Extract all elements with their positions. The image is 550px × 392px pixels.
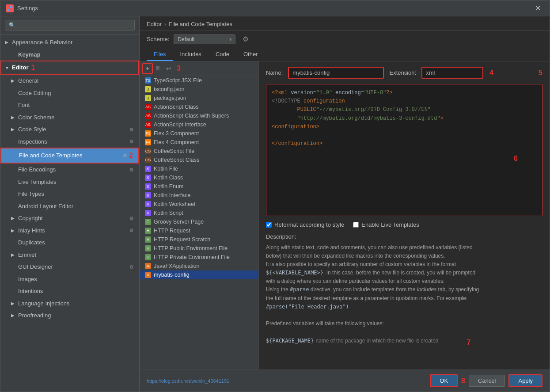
live-templates-label: Enable Live Templates: [361, 221, 419, 228]
file-item-http-private[interactable]: H HTTP Private Environment File: [140, 253, 258, 262]
undo-template-button[interactable]: ↩: [163, 64, 174, 73]
file-icon-kt3: K: [145, 183, 151, 190]
sidebar-item-code-style[interactable]: ▶ Code Style ⚙: [0, 123, 139, 136]
file-item-http-request[interactable]: H HTTP Request: [140, 226, 258, 235]
file-item-kotlin-enum[interactable]: K Kotlin Enum: [140, 182, 258, 191]
file-icon-kt2: K: [145, 175, 151, 181]
file-icon-as2: AS: [145, 113, 151, 119]
sidebar-item-general[interactable]: ▶ General: [0, 75, 139, 87]
sidebar: ▶ Appearance & Behavior Keymap ▼ Editor …: [0, 16, 140, 392]
gear-icon: ⚙: [129, 138, 134, 145]
sidebar-item-font[interactable]: Font: [0, 99, 139, 111]
sidebar-item-color-scheme[interactable]: ▶ Color Scheme: [0, 111, 139, 124]
add-template-button[interactable]: +: [142, 63, 153, 74]
live-templates-checkbox-label[interactable]: Enable Live Templates: [353, 221, 419, 228]
file-item-label: JavaFXApplication: [154, 263, 200, 269]
file-item-kotlin-worksheet[interactable]: K Kotlin Worksheet: [140, 200, 258, 209]
sidebar-item-duplicates[interactable]: Duplicates: [0, 236, 139, 249]
sidebar-item-file-types[interactable]: File Types: [0, 188, 139, 200]
file-item-tsx[interactable]: TS TypeScript JSX File: [140, 76, 258, 85]
tab-files[interactable]: Files: [147, 48, 173, 61]
file-icon-kt: K: [145, 166, 151, 172]
file-item-coffeescript-class[interactable]: CS CoffeeScript Class: [140, 156, 258, 164]
apply-button[interactable]: Apply: [508, 374, 542, 387]
sidebar-item-label: Font: [18, 101, 30, 110]
file-item-kotlin-interface[interactable]: K Kotlin Interface: [140, 191, 258, 200]
window-title: Settings: [17, 5, 531, 11]
description-area: Description: Along with static text, cod…: [266, 233, 542, 365]
sidebar-item-label: Language Injections: [18, 299, 69, 308]
tab-includes[interactable]: Includes: [173, 48, 208, 61]
sidebar-item-proofreading[interactable]: ▶ Proofreading: [0, 309, 139, 322]
sidebar-item-emmet[interactable]: ▶ Emmet: [0, 249, 139, 261]
search-box: [0, 16, 139, 34]
gear-icon: ⚙: [129, 166, 134, 174]
sidebar-item-intentions[interactable]: Intentions: [0, 285, 139, 297]
sidebar-item-label: Editor: [12, 63, 29, 72]
sidebar-item-file-and-code-templates[interactable]: File and Code Templates ⚙ 2: [0, 148, 139, 164]
sidebar-item-gui-designer[interactable]: GUI Designer ⚙: [0, 261, 139, 273]
ok-button[interactable]: OK: [430, 374, 458, 387]
file-item-tsconfig[interactable]: J tsconfig.json: [140, 85, 258, 94]
annotation-2: 2: [129, 150, 133, 161]
file-item-javafx[interactable]: JF JavaFXApplication: [140, 262, 258, 270]
file-item-mybatis-config[interactable]: X mybatis-config: [140, 270, 258, 279]
copy-template-button[interactable]: ⎘: [154, 64, 163, 73]
sidebar-item-code-editing[interactable]: Code Editing: [0, 87, 139, 99]
scheme-select[interactable]: Default Project: [174, 34, 235, 44]
search-input[interactable]: [5, 20, 135, 30]
reformat-checkbox-label[interactable]: Reformat according to style: [266, 221, 344, 228]
file-item-as-interface[interactable]: AS ActionScript Interface: [140, 120, 258, 129]
file-icon-kt5: K: [145, 201, 151, 207]
sidebar-item-inspections[interactable]: Inspections ⚙: [0, 136, 139, 148]
svg-rect-1: [10, 6, 12, 8]
sidebar-item-label: File Encodings: [18, 165, 56, 174]
description-text: Along with static text, code and comment…: [266, 242, 542, 365]
file-item-as-class[interactable]: AS ActionScript Class: [140, 103, 258, 111]
sidebar-item-label: Color Scheme: [18, 113, 54, 122]
svg-rect-2: [7, 9, 9, 11]
sidebar-item-appearance[interactable]: ▶ Appearance & Behavior: [0, 36, 139, 49]
file-item-coffeescript-file[interactable]: CS CoffeeScript File: [140, 147, 258, 156]
file-item-kotlin-file[interactable]: K Kotlin File: [140, 164, 258, 173]
sidebar-item-android-layout-editor[interactable]: Android Layout Editor: [0, 200, 139, 213]
file-item-packagejson[interactable]: J package.json: [140, 94, 258, 103]
sidebar-item-images[interactable]: Images: [0, 273, 139, 285]
tab-other[interactable]: Other: [236, 48, 265, 61]
sidebar-item-label: Code Style: [18, 125, 46, 134]
sidebar-item-inlay-hints[interactable]: ▶ Inlay Hints ⚙: [0, 225, 139, 237]
reformat-checkbox[interactable]: [266, 222, 272, 228]
annotation-7: 7: [467, 337, 471, 348]
file-item-flex4[interactable]: F4 Flex 4 Component: [140, 138, 258, 147]
file-item-http-scratch[interactable]: H HTTP Request Scratch: [140, 235, 258, 244]
arrow-icon: ▶: [11, 77, 16, 84]
code-editor[interactable]: <?xml version="1.0" encoding="UTF-8"?> <…: [266, 84, 542, 208]
file-item-kotlin-script[interactable]: K Kotlin Script: [140, 209, 258, 217]
scheme-gear-button[interactable]: ⚙: [240, 34, 251, 44]
desc-line-11: [266, 328, 542, 336]
file-item-flex3[interactable]: F3 Flex 3 Component: [140, 129, 258, 138]
file-item-as-supers[interactable]: AS ActionScript Class with Supers: [140, 111, 258, 120]
cancel-button[interactable]: Cancel: [469, 375, 505, 387]
sidebar-item-language-injections[interactable]: ▶ Language Injections: [0, 297, 139, 310]
ext-input[interactable]: [421, 67, 483, 79]
close-button[interactable]: ✕: [531, 2, 544, 14]
file-icon-xml: X: [145, 272, 151, 278]
file-item-http-public[interactable]: H HTTP Public Environment File: [140, 244, 258, 253]
sidebar-item-keymap[interactable]: Keymap: [0, 49, 139, 61]
options-row: Reformat according to style Enable Live …: [266, 221, 542, 228]
middle-row: + ⎘ ↩ 3 TS TypeScript JSX File J tsconfi…: [140, 61, 550, 369]
sidebar-item-copyright[interactable]: ▶ Copyright ⚙: [0, 212, 139, 225]
arrow-icon: [11, 239, 16, 246]
sidebar-item-label: Proofreading: [18, 311, 51, 320]
sidebar-item-editor[interactable]: ▼ Editor 1: [0, 61, 139, 75]
file-item-groovy[interactable]: G Groovy Server Page: [140, 217, 258, 226]
tab-code[interactable]: Code: [209, 48, 236, 61]
sidebar-item-live-templates[interactable]: Live Templates: [0, 176, 139, 188]
arrow-icon: [11, 263, 16, 270]
live-templates-checkbox[interactable]: [353, 222, 359, 228]
name-input[interactable]: [288, 67, 384, 79]
file-item-kotlin-class[interactable]: K Kotlin Class: [140, 173, 258, 182]
sidebar-item-file-encodings[interactable]: File Encodings ⚙: [0, 164, 139, 176]
reformat-label: Reformat according to style: [274, 221, 344, 228]
